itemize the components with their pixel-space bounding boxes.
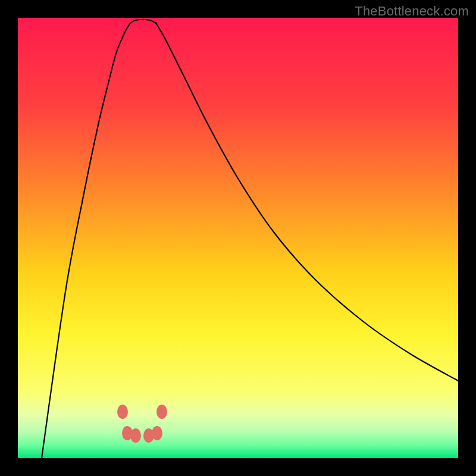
chart-frame [18, 18, 458, 458]
valley-marker [156, 405, 167, 419]
valley-marker [152, 426, 162, 440]
bottleneck-chart [18, 18, 458, 458]
watermark-text: TheBottleneck.com [355, 4, 469, 19]
valley-marker [117, 405, 128, 419]
valley-marker [130, 428, 141, 443]
gradient-background [18, 18, 458, 458]
